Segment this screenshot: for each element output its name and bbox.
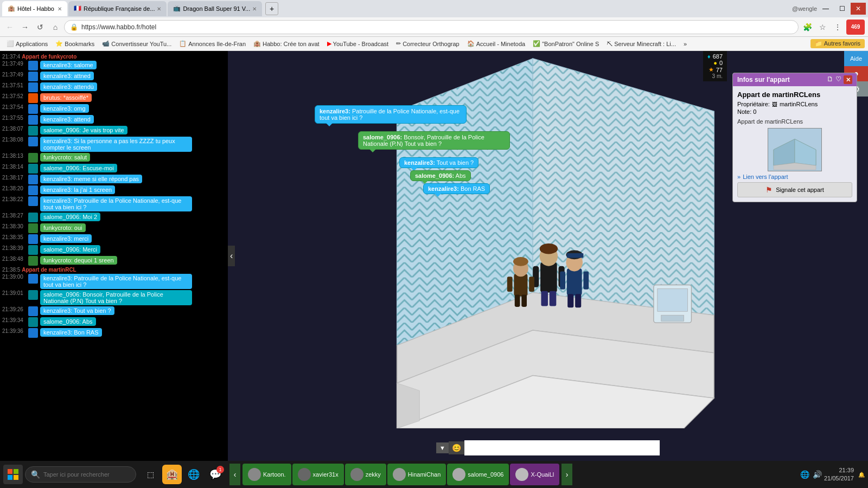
clock-date: 21/05/2017 [824,474,854,483]
bm-convertisseur-label: Convertisseur YouTu... [111,41,171,47]
bm-habbo-label: Habbo: Crée ton avat [263,41,320,47]
new-tab-button[interactable]: + [265,2,278,15]
bm-youtube-icon: ▶ [327,40,331,47]
address-bar[interactable]: 🔒 https://www.habbo.fr/hotel [64,20,799,34]
svg-rect-33 [515,295,520,307]
svg-rect-26 [567,294,573,307]
restore-button[interactable]: ☐ [834,3,850,15]
player-xavier[interactable]: xavier31x [292,464,344,485]
player-xquaill[interactable]: X-QuaiLl [510,464,559,485]
bm-apps[interactable]: ⬜ Applications [3,39,51,48]
bm-serveur-label: Serveur Minecraft : Li... [614,41,676,47]
home-button[interactable]: ⌂ [49,21,62,34]
bookmark-star-button[interactable]: ☆ [816,21,829,34]
player-kartoon[interactable]: Kartoon. [242,464,291,485]
info-close-button[interactable]: ✕ [844,75,852,84]
forward-button[interactable]: → [18,21,31,34]
bm-bonpatron[interactable]: ✅ "BonPatron" Online S [529,39,602,48]
emoji-button[interactable]: 😊 [449,441,464,454]
start-button[interactable] [3,465,23,484]
search-input[interactable] [43,471,130,478]
chat-badge: 1 [216,466,224,473]
svg-rect-32 [529,277,534,292]
back-button[interactable]: ← [3,21,16,34]
chat-line-1: 21:37:49 kenzalire3: salome [0,60,228,71]
tab-hotel-icon: 🏨 [8,5,15,12]
bm-youtube-label: YouTube - Broadcast [333,41,389,47]
bm-more[interactable]: » [680,40,690,48]
menu-button[interactable]: ⋮ [831,21,844,34]
player-zekky[interactable]: zekky [345,464,386,485]
tab-repub-close[interactable]: ✕ [157,6,161,12]
zekky-avatar [350,468,363,481]
info-heart-icon[interactable]: ♡ [835,75,841,84]
chat-input[interactable] [464,440,660,455]
tab-repub-icon: 🇫🇷 [74,5,81,12]
input-bar[interactable]: ▼ 😊 [436,440,660,455]
reload-button[interactable]: ↺ [34,21,47,34]
lock-icon: 🔒 [70,23,78,31]
bm-annonces[interactable]: 📋 Annonces Ile-de-Fran [176,39,249,48]
chat-line-6: 21:37:55 kenzalire3: attend [0,114,228,125]
main-content: 21:37:4 Appart de funkycroto 21:37:49 ke… [0,51,868,461]
info-owner-label: Propriétaire: [737,101,770,107]
info-copy-icon[interactable]: 🗋 [827,75,833,84]
svg-rect-12 [661,315,684,321]
player-hinami[interactable]: HinamiChan [387,464,446,485]
bm-bonpatron-icon: ✅ [533,40,540,47]
close-button[interactable]: ✕ [851,3,866,15]
info-link-label: Lien vers l'appart [743,174,788,180]
flag-icon: ⚑ [765,185,773,194]
notification-icon[interactable]: 🔔 [858,472,865,478]
star-count: 77 [716,67,723,73]
help-button[interactable]: Aide [844,51,868,66]
tab-dragonball[interactable]: 📺 Dragon Ball Super 91 V... ✕ [168,1,262,16]
info-room-link[interactable]: » Lien vers l'appart [737,174,852,180]
bm-bookmarks[interactable]: ⭐ Bookmarks [52,39,98,48]
svg-point-15 [540,243,558,254]
gem-count: 687 [713,53,723,60]
player-salome[interactable]: salome_0906 [447,464,509,485]
minimize-button[interactable]: — [818,3,833,15]
chat-panel[interactable]: 21:37:4 Appart de funkycroto 21:37:49 ke… [0,51,228,461]
tab-repub[interactable]: 🇫🇷 République Française de... ✕ [68,1,167,16]
svg-rect-41 [8,475,12,480]
tab-hotel[interactable]: 🏨 Hôtel - Habbo ✕ [2,1,67,16]
avatar-funkycroto-3 [28,256,38,266]
extensions-button[interactable]: 🧩 [801,21,814,34]
network-icon[interactable]: 🌐 [800,470,809,479]
taskbar-search[interactable]: 🔍 [25,466,136,483]
hud-coins-row: ● 0 [713,60,723,66]
salome-avatar [452,468,465,481]
bm-correcteur[interactable]: ✏ Correcteur Orthograp [393,39,463,48]
avatar-kenzalire3-8 [28,185,38,195]
chat-bubble: kenzalire3: Bon RAS [40,328,102,337]
volume-icon[interactable]: 🔊 [813,470,822,479]
bm-accueil[interactable]: 🏠 Accueil - Minetoda [464,39,529,48]
xavier-name: xavier31x [313,471,339,478]
players-right-arrow[interactable]: › [561,464,572,485]
coin-icon: ● [713,60,717,66]
bm-convertisseur[interactable]: 📹 Convertisseur YouTu... [99,39,175,48]
bm-youtube[interactable]: ▶ YouTube - Broadcast [324,39,392,48]
report-button[interactable]: ⚑ Signale cet appart [737,182,852,197]
address-text[interactable]: https://www.habbo.fr/hotel [81,23,156,31]
browser-taskbar-icon[interactable]: 🌐 [184,465,203,484]
players-left-arrow[interactable]: ‹ [229,464,240,485]
tab-hotel-close[interactable]: ✕ [58,6,62,12]
bm-serveur[interactable]: ⛏ Serveur Minecraft : Li... [603,40,679,48]
avatar-funkycroto [28,153,38,163]
tab-dragonball-close[interactable]: ✕ [252,6,257,12]
profile-name: @wengle [792,5,817,12]
taskbar-right: 🌐 🔊 21:39 21/05/2017 🔔 [800,466,865,483]
habbo-taskbar-icon[interactable]: 🏨 [162,465,182,484]
chat-dropdown[interactable]: ▼ [436,442,449,453]
svg-rect-27 [575,294,581,307]
bm-autres[interactable]: 📁 Autres favoris [810,39,865,48]
task-view-button[interactable]: ⬚ [141,465,160,484]
hinami-avatar [393,468,406,481]
bm-habbo[interactable]: 🏨 Habbo: Crée ton avat [250,39,323,48]
habbo-button[interactable]: 469 [846,20,865,35]
side-arrow[interactable]: ‹ [228,246,235,266]
chat-taskbar-icon[interactable]: 💬 1 [206,465,225,484]
